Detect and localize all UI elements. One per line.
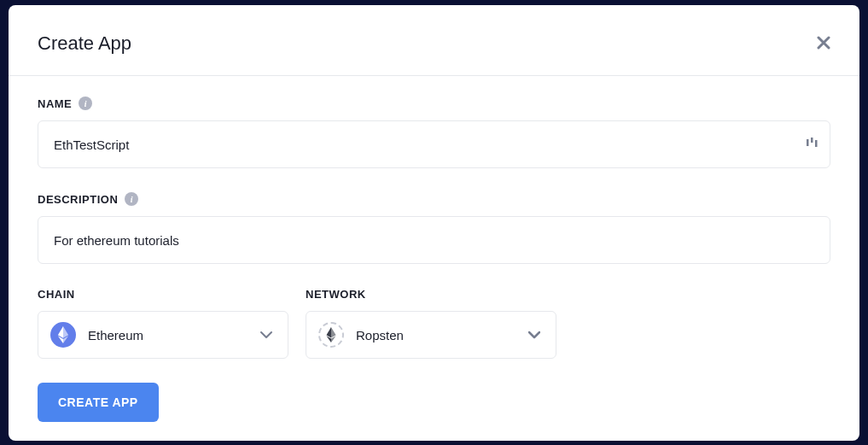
create-app-modal: Create App NAME i DESCRIPTION <box>9 5 859 441</box>
chain-label-row: CHAIN <box>38 288 288 301</box>
modal-title: Create App <box>38 32 131 55</box>
svg-rect-0 <box>807 139 809 146</box>
description-label-row: DESCRIPTION i <box>38 192 830 206</box>
svg-rect-2 <box>815 140 818 147</box>
description-input-wrap <box>38 216 830 264</box>
name-label-row: NAME i <box>38 97 830 110</box>
description-input[interactable] <box>38 216 830 264</box>
ethereum-icon <box>50 322 76 348</box>
network-label: NETWORK <box>306 288 366 301</box>
network-select[interactable]: Ropsten <box>306 311 556 359</box>
chain-column: CHAIN Ethereum <box>38 288 288 359</box>
chevron-down-icon <box>528 327 540 343</box>
network-column: NETWORK Ropsten <box>306 288 556 359</box>
chain-select[interactable]: Ethereum <box>38 311 288 359</box>
info-icon[interactable]: i <box>79 97 92 110</box>
name-input-wrap <box>38 120 830 168</box>
info-icon[interactable]: i <box>125 192 138 206</box>
modal-body: NAME i DESCRIPTION i CHAI <box>9 76 859 442</box>
name-input[interactable] <box>38 120 830 168</box>
network-label-row: NETWORK <box>306 288 556 301</box>
chain-network-row: CHAIN Ethereum <box>38 288 830 359</box>
network-selected: Ropsten <box>356 328 516 343</box>
chain-label: CHAIN <box>38 288 75 301</box>
chevron-down-icon <box>260 327 272 343</box>
chain-selected: Ethereum <box>88 328 248 343</box>
modal-header: Create App <box>9 5 859 76</box>
create-app-button[interactable]: CREATE APP <box>38 383 159 422</box>
close-icon[interactable] <box>817 34 830 54</box>
ethereum-outline-icon <box>318 322 344 348</box>
name-label: NAME <box>38 97 72 110</box>
svg-rect-1 <box>811 138 813 143</box>
description-label: DESCRIPTION <box>38 193 118 206</box>
lastpass-icon[interactable] <box>807 137 818 152</box>
